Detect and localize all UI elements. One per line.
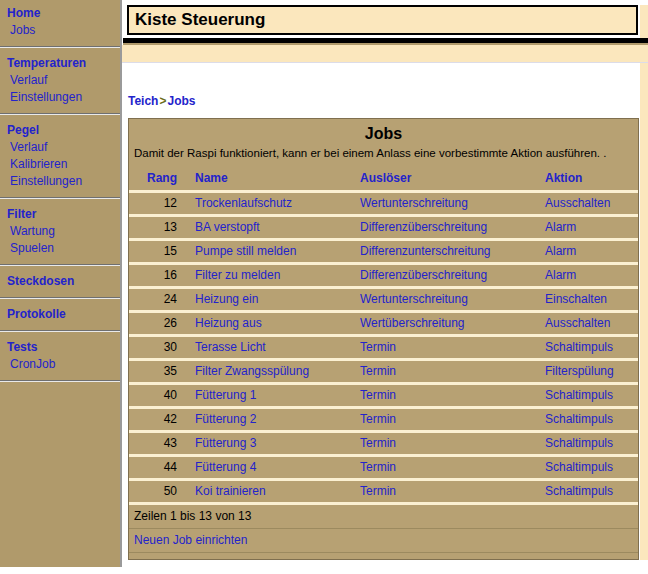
column-header-ausloeser[interactable]: Auslöser <box>360 171 411 185</box>
table-row: 16 Filter zu melden Differenzüberschreit… <box>129 265 638 289</box>
sidebar-item-cronjob[interactable]: CronJob <box>0 356 120 373</box>
table-row: 43 Fütterung 3 Termin Schaltimpuls <box>129 433 638 457</box>
job-ausloeser-link[interactable]: Termin <box>360 388 396 402</box>
job-aktion-link[interactable]: Alarm <box>545 220 576 234</box>
job-rang: 44 <box>129 457 177 478</box>
sidebar-item-temperaturen-verlauf[interactable]: Verlauf <box>0 72 120 89</box>
job-ausloeser-link[interactable]: Termin <box>360 484 396 498</box>
job-ausloeser-link[interactable]: Differenzunterschreitung <box>360 244 491 258</box>
job-ausloeser-link[interactable]: Wertunterschreitung <box>360 196 468 210</box>
job-name-link[interactable]: Fütterung 1 <box>195 388 256 402</box>
job-aktion-link[interactable]: Ausschalten <box>545 196 610 210</box>
sidebar-section-temperaturen[interactable]: Temperaturen <box>0 54 120 72</box>
sidebar-section-pegel[interactable]: Pegel <box>0 121 120 139</box>
job-name-link[interactable]: Fütterung 3 <box>195 436 256 450</box>
rows-count-status: Zeilen 1 bis 13 von 13 <box>129 505 638 529</box>
column-header-name[interactable]: Name <box>195 171 228 185</box>
sidebar-divider <box>0 297 120 299</box>
job-name-link[interactable]: Koi trainieren <box>195 484 266 498</box>
subheader-band <box>122 45 648 63</box>
job-ausloeser-link[interactable]: Termin <box>360 412 396 426</box>
job-aktion-link[interactable]: Schaltimpuls <box>545 388 613 402</box>
job-name-link[interactable]: Terasse Licht <box>195 340 266 354</box>
table-row: 26 Heizung aus Wertüberschreitung Aussch… <box>129 313 638 337</box>
column-header-rang[interactable]: Rang <box>147 171 177 185</box>
sidebar-item-jobs[interactable]: Jobs <box>0 22 120 39</box>
sidebar-section: Tests CronJob <box>0 334 120 378</box>
page-title: Kiste Steuerung <box>127 5 638 35</box>
table-body: 12 Trockenlaufschutz Wertunterschreitung… <box>129 193 638 505</box>
job-aktion-link[interactable]: Einschalten <box>545 292 607 306</box>
job-aktion-link[interactable]: Schaltimpuls <box>545 460 613 474</box>
job-aktion-link[interactable]: Schaltimpuls <box>545 436 613 450</box>
sidebar-divider <box>0 197 120 199</box>
sidebar-section-home[interactable]: Home <box>0 4 120 22</box>
job-name-link[interactable]: Heizung aus <box>195 316 262 330</box>
job-rang: 50 <box>129 481 177 502</box>
sidebar-item-pegel-kalibrieren[interactable]: Kalibrieren <box>0 156 120 173</box>
sidebar-section-protokolle[interactable]: Protokolle <box>0 305 120 323</box>
breadcrumb-teich-link[interactable]: Teich <box>128 94 158 108</box>
job-name-link[interactable]: Fütterung 4 <box>195 460 256 474</box>
sidebar-item-pegel-verlauf[interactable]: Verlauf <box>0 139 120 156</box>
sidebar-divider <box>0 113 120 115</box>
job-name-link[interactable]: Filter Zwangsspülung <box>195 364 309 378</box>
job-aktion-link[interactable]: Schaltimpuls <box>545 412 613 426</box>
job-name-link[interactable]: Fütterung 2 <box>195 412 256 426</box>
job-rang: 16 <box>129 265 177 286</box>
job-rang: 40 <box>129 385 177 406</box>
job-ausloeser-link[interactable]: Wertüberschreitung <box>360 316 465 330</box>
table-header-row: Rang Name Auslöser Aktion <box>129 167 638 193</box>
sidebar-section-tests[interactable]: Tests <box>0 338 120 356</box>
jobs-table-panel: Jobs Damit der Raspi funktioniert, kann … <box>128 118 639 560</box>
job-ausloeser-link[interactable]: Wertunterschreitung <box>360 292 468 306</box>
sidebar-item-pegel-einstellungen[interactable]: Einstellungen <box>0 173 120 190</box>
job-name-link[interactable]: Pumpe still melden <box>195 244 296 258</box>
table-row: 24 Heizung ein Wertunterschreitung Einsc… <box>129 289 638 313</box>
sidebar-section-steckdosen[interactable]: Steckdosen <box>0 272 120 290</box>
new-job-link[interactable]: Neuen Job einrichten <box>129 529 638 553</box>
sidebar-section: Home Jobs <box>0 0 120 44</box>
table-row: 35 Filter Zwangsspülung Termin Filterspü… <box>129 361 638 385</box>
sidebar-section: Pegel Verlauf Kalibrieren Einstellungen <box>0 117 120 195</box>
job-ausloeser-link[interactable]: Termin <box>360 460 396 474</box>
job-rang: 15 <box>129 241 177 262</box>
sidebar-divider <box>0 264 120 266</box>
job-rang: 43 <box>129 433 177 454</box>
breadcrumb-jobs-link[interactable]: Jobs <box>167 94 195 108</box>
job-aktion-link[interactable]: Alarm <box>545 268 576 282</box>
job-rang: 24 <box>129 289 177 310</box>
job-ausloeser-link[interactable]: Differenzüberschreitung <box>360 220 487 234</box>
job-name-link[interactable]: Heizung ein <box>195 292 258 306</box>
sidebar-section: Filter Wartung Spuelen <box>0 201 120 262</box>
job-aktion-link[interactable]: Schaltimpuls <box>545 484 613 498</box>
table-row: 15 Pumpe still melden Differenzunterschr… <box>129 241 638 265</box>
sidebar-section: Steckdosen <box>0 268 120 295</box>
sidebar-item-filter-spuelen[interactable]: Spuelen <box>0 240 120 257</box>
sidebar-nav: Home Jobs Temperaturen Verlauf Einstellu… <box>0 0 122 567</box>
sidebar-item-temperaturen-einstellungen[interactable]: Einstellungen <box>0 89 120 106</box>
job-name-link[interactable]: Trockenlaufschutz <box>195 196 292 210</box>
table-row: 42 Fütterung 2 Termin Schaltimpuls <box>129 409 638 433</box>
table-row: 12 Trockenlaufschutz Wertunterschreitung… <box>129 193 638 217</box>
job-ausloeser-link[interactable]: Differenzüberschreitung <box>360 268 487 282</box>
table-row: 30 Terasse Licht Termin Schaltimpuls <box>129 337 638 361</box>
job-ausloeser-link[interactable]: Termin <box>360 340 396 354</box>
table-row: 44 Fütterung 4 Termin Schaltimpuls <box>129 457 638 481</box>
job-aktion-link[interactable]: Ausschalten <box>545 316 610 330</box>
job-ausloeser-link[interactable]: Termin <box>360 436 396 450</box>
job-rang: 30 <box>129 337 177 358</box>
sidebar-section-filter[interactable]: Filter <box>0 205 120 223</box>
job-name-link[interactable]: BA verstopft <box>195 220 260 234</box>
job-rang: 42 <box>129 409 177 430</box>
table-row: 50 Koi trainieren Termin Schaltimpuls <box>129 481 638 505</box>
sidebar-item-filter-wartung[interactable]: Wartung <box>0 223 120 240</box>
job-aktion-link[interactable]: Alarm <box>545 244 576 258</box>
job-ausloeser-link[interactable]: Termin <box>360 364 396 378</box>
job-aktion-link[interactable]: Filterspülung <box>545 364 614 378</box>
job-aktion-link[interactable]: Schaltimpuls <box>545 340 613 354</box>
column-header-aktion[interactable]: Aktion <box>545 171 582 185</box>
job-name-link[interactable]: Filter zu melden <box>195 268 280 282</box>
sidebar-section: Protokolle <box>0 301 120 328</box>
table-row: 13 BA verstopft Differenzüberschreitung … <box>129 217 638 241</box>
